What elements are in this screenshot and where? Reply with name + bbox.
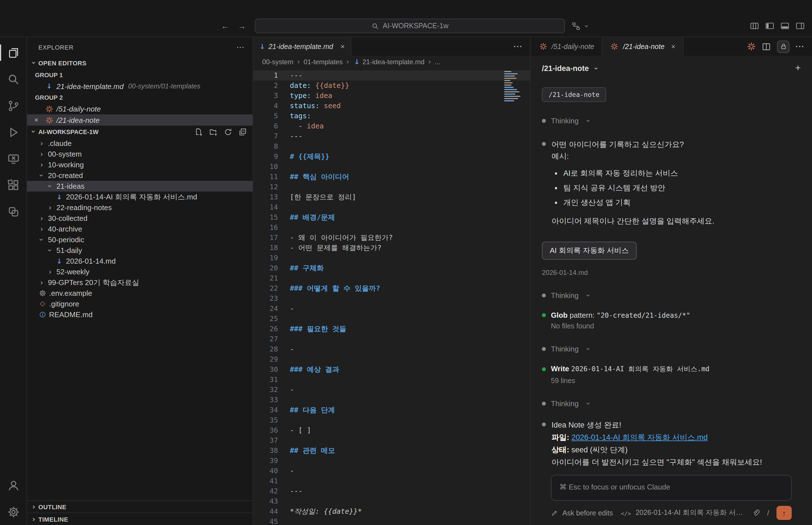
breadcrumb-item[interactable]: ...	[435, 58, 440, 66]
code-line[interactable]: 22 ### 어떻게 할 수 있을까?	[253, 283, 530, 294]
tree-item[interactable]: .gitignore	[27, 299, 252, 309]
code-line[interactable]: 11 ## 핵심 아이디어	[253, 172, 530, 182]
code-line[interactable]: 34 ## 다음 단계	[253, 405, 530, 415]
new-session-icon[interactable]	[795, 62, 801, 74]
code-line[interactable]: 43	[253, 496, 530, 506]
code-line[interactable]: 9 # {{제목}}	[253, 151, 530, 162]
copilot-icon[interactable]	[0, 198, 27, 225]
open-editor-item-selected[interactable]: /21-idea-note	[27, 114, 252, 125]
code-line[interactable]: 24 -	[253, 304, 530, 314]
editor-tab[interactable]: 21-idea-template.md	[253, 37, 352, 56]
code-line[interactable]: 14	[253, 202, 530, 212]
code-line[interactable]: 20 ## 구체화	[253, 263, 530, 273]
code-line[interactable]: 4 status: seed	[253, 101, 530, 111]
back-arrow-icon[interactable]	[221, 21, 229, 30]
open-editor-item[interactable]: /51-daily-note	[27, 103, 252, 114]
run-debug-icon[interactable]	[0, 119, 27, 145]
code-line[interactable]: 15 ## 배경/문제	[253, 212, 530, 223]
code-line[interactable]: 18 - 어떤 문제를 해결하는가?	[253, 243, 530, 253]
code-line[interactable]: 41	[253, 476, 530, 486]
claude-spark-icon[interactable]	[747, 42, 756, 51]
timeline-section-header[interactable]: TIMELINE	[27, 513, 252, 525]
breadcrumb-item[interactable]: 21-idea-template.md	[362, 58, 424, 66]
claude-prompt-input[interactable]: ⌘ Esc to focus or unfocus Claude	[551, 475, 792, 501]
close-icon[interactable]	[340, 42, 345, 51]
code-line[interactable]: 13 [한 문장으로 정리]	[253, 192, 530, 202]
code-line[interactable]: 35	[253, 415, 530, 425]
thinking-row[interactable]: Thinking	[542, 117, 801, 125]
slash-command-icon[interactable]	[767, 509, 769, 517]
customize-layout-icon[interactable]	[750, 21, 759, 30]
lock-icon[interactable]	[777, 40, 789, 52]
claude-tab[interactable]: /51-daily-note	[531, 37, 602, 56]
tree-item[interactable]: 99-GPTers 20기 학습자료실	[27, 277, 252, 288]
code-line[interactable]: 40 -	[253, 466, 530, 476]
tree-item[interactable]: 21-ideas	[27, 181, 252, 192]
code-line[interactable]: 23	[253, 294, 530, 304]
code-line[interactable]: 36 - [ ]	[253, 425, 530, 435]
account-icon[interactable]	[0, 472, 27, 498]
code-line[interactable]: 1 ---	[253, 71, 530, 80]
tree-item[interactable]: 40-archive	[27, 224, 252, 234]
tree-item[interactable]: 30-collected	[27, 213, 252, 224]
new-folder-icon[interactable]	[209, 127, 218, 136]
code-line[interactable]: 10	[253, 162, 530, 172]
refresh-icon[interactable]	[224, 127, 232, 136]
code-editor[interactable]: 1 --- 2 date: {{date}} 3 type: idea	[253, 68, 530, 525]
minimap[interactable]	[504, 71, 524, 101]
layout-flow-control[interactable]	[572, 19, 592, 33]
tree-item[interactable]: 20-created	[27, 170, 252, 181]
code-line[interactable]: 27	[253, 334, 530, 344]
settings-gear-icon[interactable]	[0, 498, 27, 525]
forward-arrow-icon[interactable]	[238, 21, 246, 30]
code-line[interactable]: 8	[253, 141, 530, 151]
tool-call-write[interactable]: Write 2026-01-14-AI 회의록 자동화 서비스.md	[542, 364, 801, 374]
remote-explorer-icon[interactable]	[0, 145, 27, 172]
split-editor-icon[interactable]	[762, 42, 771, 51]
tree-item[interactable]: 52-weekly	[27, 267, 252, 277]
code-line[interactable]: 21	[253, 273, 530, 283]
tree-item[interactable]: .env.example	[27, 288, 252, 299]
more-actions-icon[interactable]	[796, 42, 805, 51]
code-line[interactable]: 2 date: {{date}}	[253, 80, 530, 91]
code-line[interactable]: 3 type: idea	[253, 91, 530, 101]
code-line[interactable]: 16	[253, 223, 530, 232]
tree-item[interactable]: 50-periodic	[27, 234, 252, 245]
tree-item[interactable]: 22-reading-notes	[27, 202, 252, 213]
close-icon[interactable]	[671, 43, 676, 50]
close-icon[interactable]	[34, 117, 44, 123]
code-line[interactable]: 12	[253, 182, 530, 192]
code-line[interactable]: 7 ---	[253, 131, 530, 141]
code-line[interactable]: 28 -	[253, 344, 530, 354]
paperclip-icon[interactable]	[751, 509, 760, 517]
tool-call-glob[interactable]: Glob pattern: "20-created/21-ideas/*"	[542, 311, 801, 319]
code-line[interactable]: 25	[253, 314, 530, 324]
new-file-icon[interactable]	[194, 127, 203, 136]
code-line[interactable]: 39	[253, 456, 530, 466]
extensions-icon[interactable]	[0, 172, 27, 198]
code-line[interactable]: 19	[253, 253, 530, 263]
tree-item[interactable]: 2026-01-14.md	[27, 256, 252, 267]
breadcrumb-item[interactable]: 00-system	[262, 58, 293, 66]
thinking-row[interactable]: Thinking	[542, 345, 801, 353]
tree-item[interactable]: 51-daily	[27, 245, 252, 256]
code-line[interactable]: 26 ### 필요한 것들	[253, 324, 530, 334]
toggle-primary-sidebar-icon[interactable]	[765, 21, 774, 30]
editor-more-actions-icon[interactable]	[514, 42, 523, 51]
toggle-panel-icon[interactable]	[780, 21, 789, 30]
breadcrumb-item[interactable]: 01-templates	[304, 58, 343, 66]
file-link[interactable]: 2026-01-14-AI 회의록 자동화 서비스.md	[571, 433, 708, 441]
source-control-icon[interactable]	[0, 92, 27, 119]
claude-tab-active[interactable]: /21-idea-note	[602, 37, 683, 56]
outline-section-header[interactable]: OUTLINE	[27, 500, 252, 513]
send-button[interactable]	[777, 506, 792, 520]
toggle-secondary-sidebar-icon[interactable]	[796, 21, 805, 30]
thinking-row[interactable]: Thinking	[542, 400, 801, 408]
explorer-icon[interactable]	[0, 40, 27, 66]
session-title[interactable]: /21-idea-note	[542, 64, 589, 72]
code-line[interactable]: 37	[253, 435, 530, 446]
code-line[interactable]: 45	[253, 516, 530, 525]
code-line[interactable]: 17 - 왜 이 아이디어가 필요한가?	[253, 232, 530, 243]
tree-item[interactable]: 00-system	[27, 149, 252, 160]
code-line[interactable]: 31	[253, 375, 530, 385]
